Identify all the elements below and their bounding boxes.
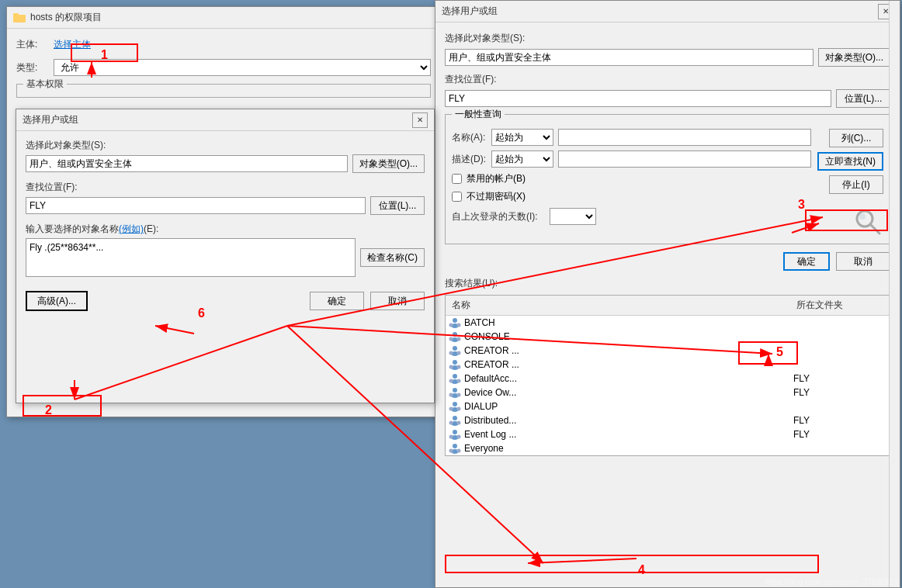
search-results-label: 搜索结果(U):: [445, 277, 890, 290]
desc-query-row: 描述(D): 起始为: [452, 150, 811, 168]
days-login-select[interactable]: [550, 208, 596, 225]
type-row: 类型: 允许: [16, 59, 431, 76]
inner-object-type-section: 选择此对象类型(S): 对象类型(O)...: [26, 139, 425, 173]
main-select-window: 选择用户或组 ✕ 选择此对象类型(S): 对象类型(O)... 查找位置(F):…: [435, 0, 900, 588]
main-ok-button[interactable]: 确定: [783, 252, 830, 271]
result-item[interactable]: DefaultAcc...FLY: [446, 372, 890, 386]
location-button[interactable]: 位置(L)...: [836, 89, 890, 108]
inner-titlebar: 选择用户或组 ✕: [16, 109, 434, 131]
permission-titlebar: hosts 的权限项目: [7, 7, 440, 29]
search-results-box: 名称 所在文件夹 BATCH CONSOLE ... CREATOR ...: [445, 295, 890, 456]
col-folder-header: 所在文件夹: [793, 297, 886, 313]
result-name: BATCH: [464, 317, 793, 328]
svg-point-40: [457, 435, 461, 439]
no-expire-pwd-checkbox[interactable]: [452, 192, 462, 202]
inner-name-row: Fly .(25**8634**... 检查名称(C): [26, 238, 425, 277]
result-item[interactable]: DIALUP: [446, 399, 890, 413]
inner-object-type-button[interactable]: 对象类型(O)...: [352, 154, 425, 173]
svg-point-29: [453, 402, 457, 406]
main-titlebar: 选择用户或组 ✕: [435, 1, 900, 22]
inner-name-example-link[interactable]: (例如): [119, 223, 144, 234]
inner-cancel-button[interactable]: 取消: [370, 292, 425, 310]
type-label: 类型:: [16, 61, 47, 74]
result-item[interactable]: Event Log ...FLY: [446, 427, 890, 441]
svg-point-39: [449, 435, 453, 439]
result-item[interactable]: CREATOR ...: [446, 344, 890, 358]
desc-query-input[interactable]: [558, 150, 811, 168]
svg-point-21: [453, 374, 457, 379]
svg-rect-1: [13, 13, 19, 16]
inner-window-title: 选择用户或组: [23, 113, 78, 126]
object-type-input[interactable]: [445, 49, 814, 66]
main-cancel-button[interactable]: 取消: [836, 252, 890, 271]
inner-name-input[interactable]: Fly .(25**8634**...: [26, 238, 356, 277]
inner-bottom-row: 高级(A)... 确定 取消: [26, 285, 425, 311]
name-condition-select[interactable]: 起始为: [491, 129, 553, 146]
no-expire-pwd-row: 不过期密码(X): [452, 190, 811, 203]
permission-window-title: hosts 的权限项目: [30, 11, 102, 24]
main-scrollbar[interactable]: [889, 1, 900, 587]
result-name: CREATOR ...: [464, 345, 793, 356]
result-item[interactable]: Device Ow...FLY: [446, 386, 890, 399]
desc-condition-select[interactable]: 起始为: [491, 150, 553, 168]
location-input[interactable]: [445, 90, 831, 107]
inner-object-type-row: 对象类型(O)...: [26, 154, 425, 173]
inner-name-section: 输入要选择的对象名称(例如)(E): Fly .(25**8634**... 检…: [26, 223, 425, 277]
result-name: Everyone: [464, 443, 793, 454]
general-query-title: 一般性查询: [452, 108, 505, 121]
result-name: DefaultAcc...: [464, 373, 793, 384]
inner-location-button[interactable]: 位置(L)...: [370, 196, 425, 215]
search-button[interactable]: 立即查找(N): [817, 152, 883, 171]
name-query-input[interactable]: [558, 129, 811, 146]
inner-location-row: 位置(L)...: [26, 196, 425, 215]
svg-point-13: [453, 346, 457, 351]
inner-select-user-window: 选择用户或组 ✕ 选择此对象类型(S): 对象类型(O)... 查找位置(F):…: [16, 109, 435, 403]
svg-point-31: [449, 407, 453, 411]
svg-point-35: [449, 421, 453, 425]
inner-advanced-button[interactable]: 高级(A)...: [26, 291, 88, 311]
result-item[interactable]: CONSOLE ...: [446, 330, 890, 344]
disabled-accounts-label: 禁用的帐户(B): [467, 172, 526, 185]
results-list: BATCH CONSOLE ... CREATOR ... CREATOR ..…: [446, 316, 890, 455]
svg-point-19: [449, 365, 453, 369]
inner-ok-button[interactable]: 确定: [310, 292, 364, 310]
magnifier-icon: [852, 206, 883, 237]
right-buttons-column: 列(C)... 立即查找(N) 停止(I): [817, 129, 883, 237]
object-type-button[interactable]: 对象类型(O)...: [818, 48, 890, 67]
svg-point-15: [449, 351, 453, 355]
result-item[interactable]: Distributed...FLY: [446, 413, 890, 427]
svg-point-43: [449, 449, 453, 453]
location-row: 位置(L)...: [445, 89, 890, 108]
svg-point-25: [453, 388, 457, 393]
result-item[interactable]: CREATOR ...: [446, 358, 890, 372]
subject-link[interactable]: 选择主体: [54, 38, 91, 51]
inner-title-text: 选择用户或组: [23, 113, 78, 126]
svg-point-36: [457, 421, 461, 425]
result-folder: FLY: [793, 415, 886, 426]
inner-name-label: 输入要选择的对象名称(例如)(E):: [26, 223, 425, 236]
days-login-label: 自上次登录的天数(I):: [452, 210, 545, 223]
result-item[interactable]: Everyone: [446, 441, 890, 455]
main-title-text: 选择用户或组: [442, 5, 498, 18]
col-button[interactable]: 列(C)...: [829, 129, 883, 147]
type-select[interactable]: 允许: [54, 59, 431, 76]
results-header: 名称 所在文件夹: [446, 296, 890, 316]
main-select-content: 选择此对象类型(S): 对象类型(O)... 查找位置(F): 位置(L)...…: [435, 22, 900, 465]
svg-point-16: [457, 351, 461, 355]
stop-button[interactable]: 停止(I): [829, 175, 883, 194]
result-name: CREATOR ...: [464, 359, 793, 370]
svg-point-11: [449, 337, 453, 341]
inner-object-type-input[interactable]: [26, 155, 348, 172]
permission-content: 主体: 选择主体 类型: 允许 基本权限: [7, 29, 440, 115]
inner-location-input[interactable]: [26, 197, 366, 214]
svg-point-20: [457, 365, 461, 369]
result-name: Distributed...: [464, 415, 793, 426]
svg-rect-0: [13, 15, 26, 22]
inner-check-button[interactable]: 检查名称(C): [360, 248, 425, 267]
query-right-layout: 名称(A): 起始为 描述(D): 起始为: [452, 129, 883, 237]
inner-close-button[interactable]: ✕: [412, 112, 428, 128]
result-item[interactable]: BATCH: [446, 316, 890, 330]
disabled-accounts-row: 禁用的帐户(B): [452, 172, 811, 185]
name-query-label: 名称(A):: [452, 131, 487, 144]
disabled-accounts-checkbox[interactable]: [452, 174, 462, 184]
